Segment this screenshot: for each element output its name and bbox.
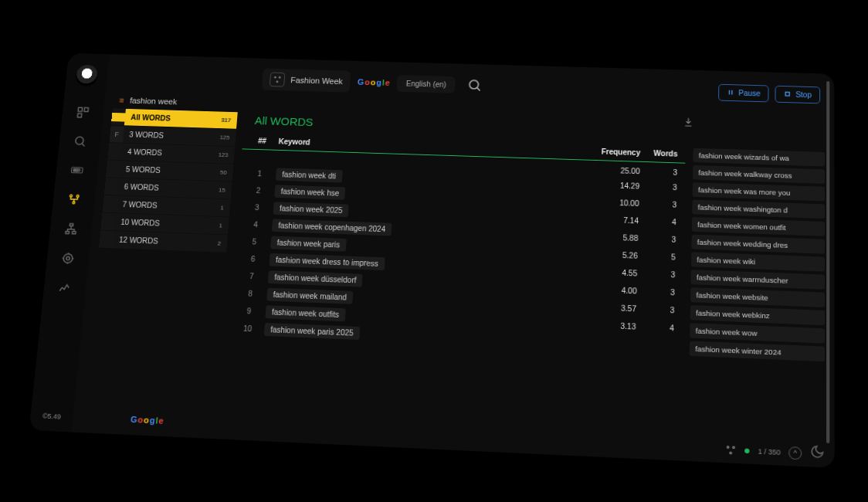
stream-item[interactable]: fashion week wizards of wa xyxy=(693,148,825,167)
keyword-pill[interactable]: fashion week outfits xyxy=(265,305,345,321)
keyword-pill[interactable]: fashion week dress to impress xyxy=(270,253,385,270)
svg-point-8 xyxy=(73,202,75,204)
progress-label: 1 / 350 xyxy=(758,447,780,456)
avatar[interactable] xyxy=(75,65,99,86)
keyword-table-panel: All WORDS ## Keyword Frequency Words 25.… xyxy=(219,113,686,453)
stream-item[interactable]: fashion week website xyxy=(690,287,825,307)
search-icon[interactable] xyxy=(467,78,483,93)
keyword-pill[interactable]: fashion week paris 2025 xyxy=(264,323,360,340)
svg-point-6 xyxy=(70,195,72,197)
stream-item[interactable]: fashion week winter 2024 xyxy=(690,341,825,362)
svg-point-7 xyxy=(76,195,79,198)
seed-keyword-text: Fashion Week xyxy=(290,76,343,86)
filter-item[interactable]: All WORDS317 xyxy=(124,109,238,129)
status-footer: 1 / 350 ^ xyxy=(725,443,802,460)
svg-point-20 xyxy=(733,446,734,449)
stream-item[interactable]: fashion week wow xyxy=(690,323,825,343)
target-icon[interactable] xyxy=(59,250,76,267)
filter-sidebar: All WORDS317F3 WORDS1254 WORDS1235 WORDS… xyxy=(81,108,237,430)
svg-rect-1 xyxy=(84,108,88,112)
svg-rect-18 xyxy=(786,92,790,96)
stream-item[interactable]: fashion week webkinz xyxy=(690,305,825,325)
cluster-small-icon xyxy=(270,72,286,86)
stop-button[interactable]: Stop xyxy=(775,85,820,103)
svg-rect-0 xyxy=(78,107,82,111)
breadcrumb-icon: ≡ xyxy=(119,96,124,104)
search-nav-icon[interactable] xyxy=(71,133,89,149)
svg-point-16 xyxy=(276,81,278,83)
stream-item[interactable]: fashion week women outfit xyxy=(692,217,825,236)
svg-rect-10 xyxy=(66,232,70,234)
keyword-pill[interactable]: fashion week hse xyxy=(274,185,345,199)
keyword-pill[interactable]: fashion week mailand xyxy=(266,288,353,304)
stream-item[interactable]: fashion week was more you xyxy=(693,182,825,201)
cluster-status-icon xyxy=(725,444,737,456)
keyword-pill[interactable]: fashion week dti xyxy=(276,168,343,183)
filter-prefix: F xyxy=(110,126,124,142)
seo-icon[interactable]: SEO xyxy=(68,162,86,178)
stream-item[interactable]: fashion week wiki xyxy=(691,252,825,271)
stream-item[interactable]: fashion week warmduscher xyxy=(691,270,826,290)
stream-item[interactable]: fashion week walkway cross xyxy=(693,165,825,184)
analytics-icon[interactable] xyxy=(56,280,73,297)
download-icon[interactable] xyxy=(683,117,693,129)
language-selector[interactable]: English (en) xyxy=(397,75,456,93)
live-stream-panel: fashion week wizards of wafashion week w… xyxy=(687,148,825,460)
status-dot xyxy=(745,449,750,454)
stream-item[interactable]: fashion week wedding dres xyxy=(691,235,825,254)
scroll-top-icon[interactable]: ^ xyxy=(788,446,802,460)
svg-point-12 xyxy=(63,254,73,263)
svg-point-21 xyxy=(730,452,731,454)
keyword-pill[interactable]: fashion week 2025 xyxy=(273,202,349,217)
main-panel: Fashion Week Google English (en) Pause S… xyxy=(72,54,835,468)
google-logo: Google xyxy=(358,77,390,86)
filter-prefix xyxy=(111,112,125,121)
cluster-icon[interactable] xyxy=(65,191,83,208)
svg-point-13 xyxy=(66,256,70,259)
keyword-pill[interactable]: fashion week copenhagen 2024 xyxy=(272,219,392,236)
sitemap-icon[interactable] xyxy=(62,220,80,237)
svg-rect-11 xyxy=(72,232,76,234)
svg-point-14 xyxy=(274,76,276,78)
seed-keyword-chip[interactable]: Fashion Week xyxy=(262,69,351,93)
google-logo-footer: Google xyxy=(131,415,164,426)
breadcrumb-text: fashion week xyxy=(130,96,178,106)
svg-point-19 xyxy=(727,446,729,449)
filter-item[interactable]: 12 WORDS2 xyxy=(112,231,227,253)
svg-rect-9 xyxy=(70,224,73,226)
svg-text:SEO: SEO xyxy=(73,168,80,172)
keyword-pill[interactable]: fashion week paris xyxy=(270,236,346,252)
svg-point-15 xyxy=(279,76,280,78)
credits-label: ©5.49 xyxy=(42,412,62,421)
dashboard-icon[interactable] xyxy=(74,104,92,120)
stream-item[interactable]: fashion week washington d xyxy=(692,200,825,219)
svg-rect-2 xyxy=(77,114,81,117)
keyword-pill[interactable]: fashion week düsseldorf xyxy=(268,270,363,287)
pause-button[interactable]: Pause xyxy=(718,83,769,102)
